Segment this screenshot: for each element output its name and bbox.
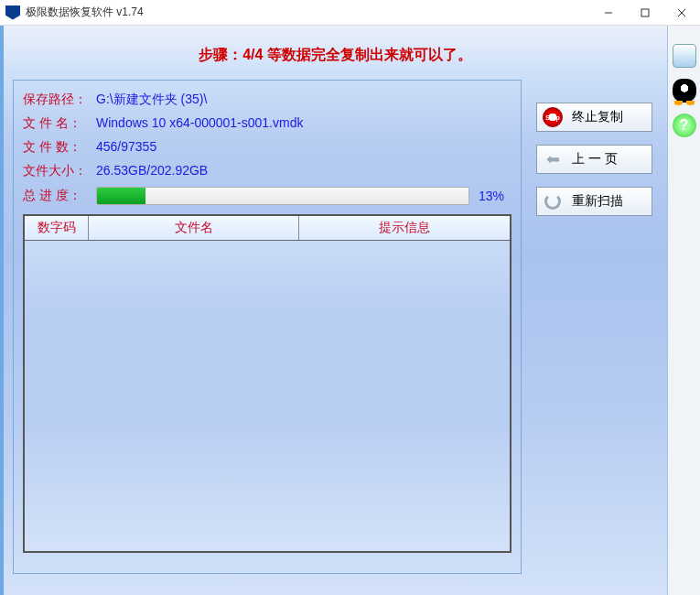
computer-icon[interactable] bbox=[673, 44, 696, 68]
titlebar: 极限数据恢复软件 v1.74 bbox=[0, 0, 700, 26]
file-count-label: 文 件 数： bbox=[23, 139, 96, 156]
content: 步骤：4/4 等数据完全复制出来就可以了。 保存路径： G:\新建文件夹 (35… bbox=[4, 26, 667, 595]
save-path-value: G:\新建文件夹 (35)\ bbox=[96, 92, 207, 108]
result-table: 数字码 文件名 提示信息 bbox=[23, 214, 512, 553]
progress-bar bbox=[96, 187, 469, 205]
app-icon bbox=[5, 5, 20, 20]
sidebar: ? bbox=[667, 26, 700, 595]
window-title: 极限数据恢复软件 v1.74 bbox=[26, 5, 590, 20]
qq-icon[interactable] bbox=[673, 79, 696, 103]
row-progress: 总 进 度： 13% bbox=[23, 187, 512, 205]
refresh-icon bbox=[543, 191, 563, 211]
help-icon[interactable]: ? bbox=[673, 114, 696, 137]
stop-icon bbox=[543, 107, 563, 127]
table-header: 数字码 文件名 提示信息 bbox=[25, 216, 510, 241]
row-file-name: 文 件 名： Windows 10 x64-000001-s001.vmdk bbox=[23, 115, 512, 132]
col-message: 提示信息 bbox=[299, 216, 510, 240]
progress-percent: 13% bbox=[479, 189, 512, 203]
previous-page-button[interactable]: ⬅ 上 一 页 bbox=[536, 145, 652, 174]
maximize-button[interactable] bbox=[627, 0, 663, 26]
arrow-left-icon: ⬅ bbox=[543, 149, 563, 169]
rescan-button[interactable]: 重新扫描 bbox=[536, 187, 652, 216]
file-size-value: 26.53GB/202.92GB bbox=[96, 163, 208, 179]
row-file-size: 文件大小： 26.53GB/202.92GB bbox=[23, 163, 512, 179]
minimize-button[interactable] bbox=[590, 0, 627, 26]
row-save-path: 保存路径： G:\新建文件夹 (35)\ bbox=[23, 92, 512, 108]
progress-label: 总 进 度： bbox=[23, 188, 96, 204]
col-code: 数字码 bbox=[25, 216, 89, 240]
main-area: 步骤：4/4 等数据完全复制出来就可以了。 保存路径： G:\新建文件夹 (35… bbox=[0, 26, 700, 595]
close-button[interactable] bbox=[663, 0, 700, 26]
rescan-label: 重新扫描 bbox=[572, 193, 623, 210]
action-buttons: 终止复制 ⬅ 上 一 页 重新扫描 bbox=[536, 103, 652, 229]
step-banner: 步骤：4/4 等数据完全复制出来就可以了。 bbox=[13, 33, 658, 80]
row-file-count: 文 件 数： 456/97355 bbox=[23, 139, 512, 156]
file-count-value: 456/97355 bbox=[96, 139, 156, 156]
svg-rect-1 bbox=[641, 9, 649, 16]
previous-page-label: 上 一 页 bbox=[572, 151, 618, 168]
info-panel: 保存路径： G:\新建文件夹 (35)\ 文 件 名： Windows 10 x… bbox=[13, 80, 522, 574]
file-name-value: Windows 10 x64-000001-s001.vmdk bbox=[96, 115, 303, 132]
progress-fill bbox=[97, 188, 145, 204]
file-name-label: 文 件 名： bbox=[23, 115, 96, 132]
stop-copy-button[interactable]: 终止复制 bbox=[536, 103, 652, 132]
stop-copy-label: 终止复制 bbox=[572, 109, 623, 125]
col-filename: 文件名 bbox=[89, 216, 299, 240]
file-size-label: 文件大小： bbox=[23, 163, 96, 179]
save-path-label: 保存路径： bbox=[23, 92, 96, 108]
